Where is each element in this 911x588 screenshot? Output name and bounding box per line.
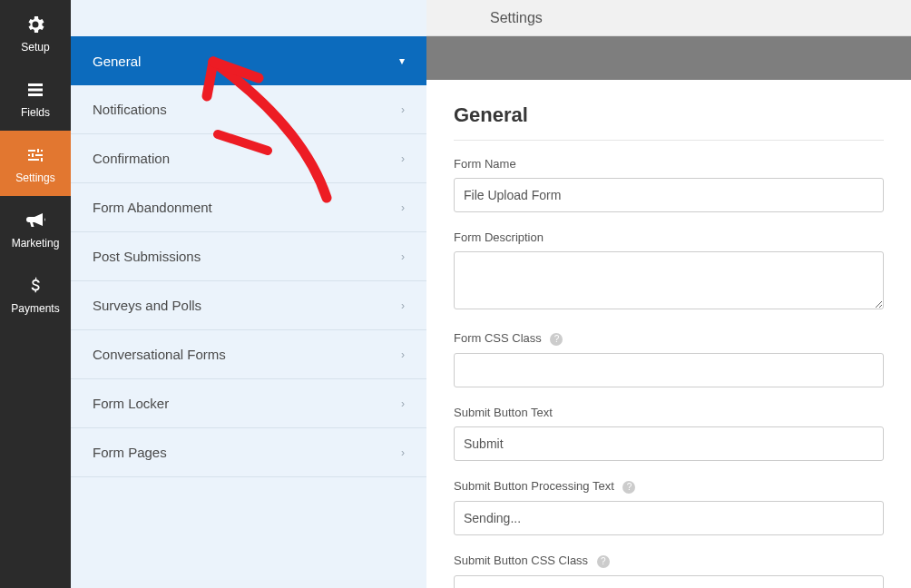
list-icon	[24, 78, 47, 102]
field-label: Form CSS Class ?	[454, 331, 884, 346]
submenu-form-abandonment[interactable]: Form Abandonment ›	[71, 183, 426, 232]
submenu-form-locker[interactable]: Form Locker ›	[71, 379, 426, 428]
submenu-notifications[interactable]: Notifications ›	[71, 85, 426, 134]
nav-label: Setup	[21, 41, 49, 54]
form-css-class-input[interactable]	[454, 353, 884, 387]
nav-label: Marketing	[12, 237, 60, 250]
submenu-label: Notifications	[93, 102, 167, 117]
field-label: Form Description	[454, 230, 884, 244]
nav-payments[interactable]: Payments	[0, 261, 71, 327]
submenu-label: General	[93, 54, 141, 69]
submenu-general[interactable]: General ▾	[71, 36, 426, 85]
chevron-right-icon: ›	[401, 103, 405, 116]
chevron-right-icon: ›	[401, 201, 405, 214]
field-label: Submit Button Text	[454, 406, 884, 419]
bullhorn-icon	[24, 209, 47, 232]
field-submit-button-css-class: Submit Button CSS Class ?	[454, 554, 884, 588]
help-icon[interactable]: ?	[622, 481, 635, 494]
gear-icon	[24, 13, 47, 36]
chevron-right-icon: ›	[401, 348, 405, 361]
submenu-confirmation[interactable]: Confirmation ›	[71, 134, 426, 183]
submenu-label: Form Pages	[93, 445, 167, 460]
field-label: Submit Button Processing Text ?	[454, 479, 884, 494]
page-header: Settings	[426, 0, 911, 36]
submit-button-processing-text-input[interactable]	[454, 501, 884, 535]
submenu-label: Post Submissions	[93, 249, 201, 264]
submenu-form-pages[interactable]: Form Pages ›	[71, 428, 426, 477]
dollar-icon	[24, 274, 47, 298]
field-form-name: Form Name	[454, 157, 884, 212]
submenu-label: Form Abandonment	[93, 200, 212, 215]
submit-button-text-input[interactable]	[454, 426, 884, 461]
chevron-right-icon: ›	[401, 446, 405, 459]
vertical-nav: Setup Fields Settings Marketing Payments	[0, 0, 71, 588]
chevron-right-icon: ›	[401, 299, 405, 312]
submenu-label: Surveys and Polls	[93, 298, 201, 313]
field-form-css-class: Form CSS Class ?	[454, 331, 884, 387]
chevron-right-icon: ›	[401, 152, 405, 165]
field-label: Submit Button CSS Class ?	[454, 554, 884, 568]
submenu-label: Form Locker	[93, 396, 169, 411]
form-name-input[interactable]	[454, 178, 884, 212]
settings-submenu: General ▾ Notifications › Confirmation ›…	[71, 0, 426, 588]
submit-button-css-class-input[interactable]	[454, 575, 884, 588]
nav-marketing[interactable]: Marketing	[0, 196, 71, 261]
nav-label: Fields	[21, 106, 50, 119]
field-form-description: Form Description	[454, 230, 884, 313]
submenu-surveys-polls[interactable]: Surveys and Polls ›	[71, 281, 426, 330]
form-card: General Form Name Form Description Form …	[426, 80, 911, 588]
submenu-conversational-forms[interactable]: Conversational Forms ›	[71, 330, 426, 379]
form-heading: General	[454, 103, 884, 141]
nav-fields[interactable]: Fields	[0, 65, 71, 131]
chevron-right-icon: ›	[401, 250, 405, 263]
chevron-down-icon: ▾	[399, 54, 405, 67]
nav-label: Settings	[15, 172, 54, 184]
help-icon[interactable]: ?	[597, 555, 610, 568]
sliders-icon	[24, 143, 47, 167]
help-icon[interactable]: ?	[550, 333, 563, 346]
page-title: Settings	[490, 10, 543, 26]
main-area: Settings General Form Name Form Descript…	[426, 0, 911, 588]
submenu-label: Confirmation	[93, 151, 170, 166]
nav-label: Payments	[11, 302, 59, 315]
submenu-label: Conversational Forms	[93, 347, 226, 362]
chevron-right-icon: ›	[401, 397, 405, 410]
field-label: Form Name	[454, 157, 884, 171]
nav-setup[interactable]: Setup	[0, 0, 71, 65]
submenu-post-submissions[interactable]: Post Submissions ›	[71, 232, 426, 281]
nav-settings[interactable]: Settings	[0, 131, 71, 196]
field-submit-button-processing-text: Submit Button Processing Text ?	[454, 479, 884, 535]
field-submit-button-text: Submit Button Text	[454, 406, 884, 461]
form-description-textarea[interactable]	[454, 251, 884, 309]
